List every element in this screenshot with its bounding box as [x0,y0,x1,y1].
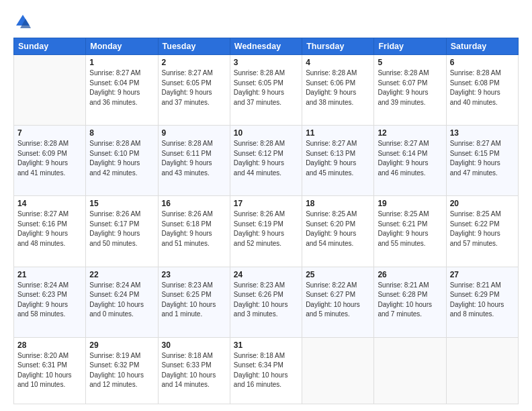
calendar-cell: 6Sunrise: 8:28 AMSunset: 6:08 PMDaylight… [446,55,518,126]
day-info: Sunrise: 8:27 AMSunset: 6:15 PMDaylight:… [450,139,515,178]
day-info: Sunrise: 8:27 AMSunset: 6:14 PMDaylight:… [378,139,442,178]
day-number: 30 [162,340,226,350]
day-number: 7 [17,128,82,138]
day-number: 15 [89,199,154,208]
day-number: 31 [234,340,298,350]
day-info: Sunrise: 8:19 AMSunset: 6:32 PMDaylight:… [89,351,154,390]
calendar-cell: 23Sunrise: 8:23 AMSunset: 6:25 PMDayligh… [158,267,230,337]
day-info: Sunrise: 8:26 AMSunset: 6:19 PMDaylight:… [234,210,298,248]
weekday-header-tuesday: Tuesday [158,38,230,55]
day-number: 23 [162,270,226,279]
logo [13,12,35,31]
day-number: 22 [89,270,154,279]
day-info: Sunrise: 8:26 AMSunset: 6:18 PMDaylight:… [162,210,226,248]
calendar-cell: 15Sunrise: 8:26 AMSunset: 6:17 PMDayligh… [86,196,158,267]
day-info: Sunrise: 8:28 AMSunset: 6:06 PMDaylight:… [306,68,370,107]
day-info: Sunrise: 8:28 AMSunset: 6:11 PMDaylight:… [162,139,226,178]
calendar-cell: 28Sunrise: 8:20 AMSunset: 6:31 PMDayligh… [14,337,86,404]
day-number: 2 [162,58,226,67]
day-number: 14 [17,199,82,208]
calendar-cell: 26Sunrise: 8:21 AMSunset: 6:28 PMDayligh… [374,267,446,337]
day-number: 6 [450,58,515,67]
calendar-cell: 2Sunrise: 8:27 AMSunset: 6:05 PMDaylight… [158,55,230,126]
calendar-cell: 10Sunrise: 8:28 AMSunset: 6:12 PMDayligh… [230,126,302,196]
day-number: 25 [306,270,370,279]
day-number: 18 [306,199,370,208]
day-number: 4 [306,58,370,67]
logo-icon [13,12,32,31]
day-info: Sunrise: 8:27 AMSunset: 6:16 PMDaylight:… [17,210,82,248]
day-number: 8 [89,128,154,138]
day-number: 13 [450,128,515,138]
day-info: Sunrise: 8:28 AMSunset: 6:09 PMDaylight:… [17,139,82,178]
day-info: Sunrise: 8:21 AMSunset: 6:29 PMDaylight:… [450,281,515,320]
calendar-cell: 12Sunrise: 8:27 AMSunset: 6:14 PMDayligh… [374,126,446,196]
weekday-header-row: SundayMondayTuesdayWednesdayThursdayFrid… [14,38,519,55]
day-info: Sunrise: 8:20 AMSunset: 6:31 PMDaylight:… [17,351,82,390]
calendar-cell: 7Sunrise: 8:28 AMSunset: 6:09 PMDaylight… [14,126,86,196]
day-info: Sunrise: 8:28 AMSunset: 6:12 PMDaylight:… [234,139,298,178]
calendar-cell: 13Sunrise: 8:27 AMSunset: 6:15 PMDayligh… [446,126,518,196]
page-header [13,12,519,31]
day-number: 3 [234,58,298,67]
calendar-cell [446,337,518,404]
day-info: Sunrise: 8:27 AMSunset: 6:05 PMDaylight:… [162,68,226,107]
day-info: Sunrise: 8:28 AMSunset: 6:08 PMDaylight:… [450,68,515,107]
calendar-cell: 3Sunrise: 8:28 AMSunset: 6:05 PMDaylight… [230,55,302,126]
calendar-cell [374,337,446,404]
calendar-cell: 22Sunrise: 8:24 AMSunset: 6:24 PMDayligh… [86,267,158,337]
day-info: Sunrise: 8:28 AMSunset: 6:05 PMDaylight:… [234,68,298,107]
day-number: 9 [162,128,226,138]
day-number: 16 [162,199,226,208]
calendar-cell: 17Sunrise: 8:26 AMSunset: 6:19 PMDayligh… [230,196,302,267]
day-info: Sunrise: 8:25 AMSunset: 6:21 PMDaylight:… [378,210,442,248]
calendar-cell: 19Sunrise: 8:25 AMSunset: 6:21 PMDayligh… [374,196,446,267]
day-number: 17 [234,199,298,208]
day-info: Sunrise: 8:25 AMSunset: 6:20 PMDaylight:… [306,210,370,248]
day-number: 1 [89,58,154,67]
day-number: 12 [378,128,442,138]
weekday-header-wednesday: Wednesday [230,38,302,55]
day-info: Sunrise: 8:28 AMSunset: 6:10 PMDaylight:… [89,139,154,178]
day-info: Sunrise: 8:24 AMSunset: 6:24 PMDaylight:… [89,281,154,320]
weekday-header-thursday: Thursday [302,38,374,55]
calendar-cell: 30Sunrise: 8:18 AMSunset: 6:33 PMDayligh… [158,337,230,404]
calendar-table: SundayMondayTuesdayWednesdayThursdayFrid… [13,38,519,404]
day-info: Sunrise: 8:22 AMSunset: 6:27 PMDaylight:… [306,281,370,320]
day-number: 26 [378,270,442,279]
day-info: Sunrise: 8:27 AMSunset: 6:04 PMDaylight:… [89,68,154,107]
weekday-header-monday: Monday [86,38,158,55]
day-number: 20 [450,199,515,208]
day-info: Sunrise: 8:28 AMSunset: 6:07 PMDaylight:… [378,68,442,107]
day-info: Sunrise: 8:27 AMSunset: 6:13 PMDaylight:… [306,139,370,178]
calendar-cell [14,55,86,126]
calendar-cell [302,337,374,404]
calendar-cell: 9Sunrise: 8:28 AMSunset: 6:11 PMDaylight… [158,126,230,196]
calendar-cell: 27Sunrise: 8:21 AMSunset: 6:29 PMDayligh… [446,267,518,337]
weekday-header-sunday: Sunday [14,38,86,55]
day-number: 11 [306,128,370,138]
day-info: Sunrise: 8:24 AMSunset: 6:23 PMDaylight:… [17,281,82,320]
day-info: Sunrise: 8:26 AMSunset: 6:17 PMDaylight:… [89,210,154,248]
day-info: Sunrise: 8:25 AMSunset: 6:22 PMDaylight:… [450,210,515,248]
day-number: 27 [450,270,515,279]
weekday-header-saturday: Saturday [446,38,518,55]
day-number: 5 [378,58,442,67]
calendar-cell: 14Sunrise: 8:27 AMSunset: 6:16 PMDayligh… [14,196,86,267]
calendar-cell: 4Sunrise: 8:28 AMSunset: 6:06 PMDaylight… [302,55,374,126]
day-number: 10 [234,128,298,138]
day-number: 19 [378,199,442,208]
calendar-cell: 25Sunrise: 8:22 AMSunset: 6:27 PMDayligh… [302,267,374,337]
calendar-cell: 8Sunrise: 8:28 AMSunset: 6:10 PMDaylight… [86,126,158,196]
calendar-cell: 21Sunrise: 8:24 AMSunset: 6:23 PMDayligh… [14,267,86,337]
day-info: Sunrise: 8:21 AMSunset: 6:28 PMDaylight:… [378,281,442,320]
calendar-cell: 16Sunrise: 8:26 AMSunset: 6:18 PMDayligh… [158,196,230,267]
day-info: Sunrise: 8:23 AMSunset: 6:26 PMDaylight:… [234,281,298,320]
calendar-cell: 24Sunrise: 8:23 AMSunset: 6:26 PMDayligh… [230,267,302,337]
day-info: Sunrise: 8:18 AMSunset: 6:33 PMDaylight:… [162,351,226,390]
calendar-cell: 11Sunrise: 8:27 AMSunset: 6:13 PMDayligh… [302,126,374,196]
day-info: Sunrise: 8:18 AMSunset: 6:34 PMDaylight:… [234,351,298,390]
calendar-cell: 20Sunrise: 8:25 AMSunset: 6:22 PMDayligh… [446,196,518,267]
day-number: 21 [17,270,82,279]
calendar-cell: 5Sunrise: 8:28 AMSunset: 6:07 PMDaylight… [374,55,446,126]
